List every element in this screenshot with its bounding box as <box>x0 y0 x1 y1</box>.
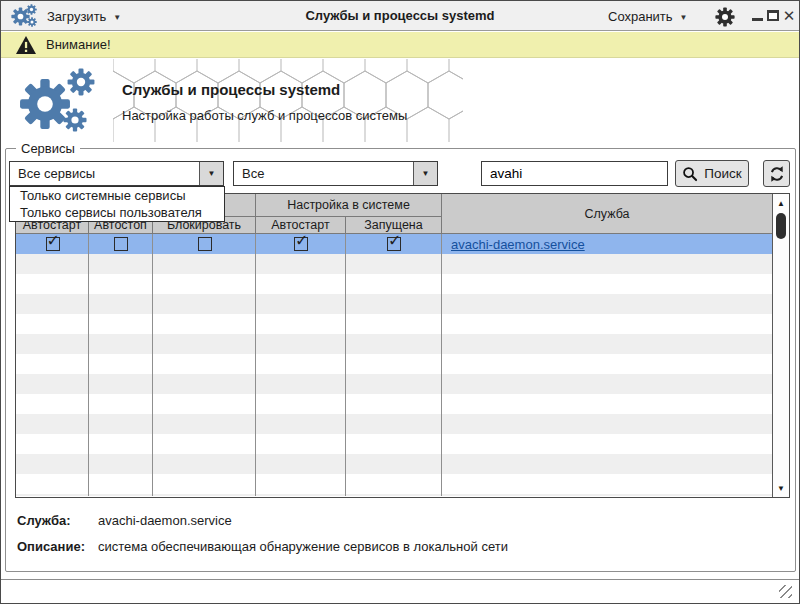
table-row[interactable] <box>16 454 772 474</box>
detail-description-label: Описание: <box>17 539 85 554</box>
scroll-up-button[interactable]: ▲ <box>773 195 789 211</box>
chevron-down-icon[interactable]: ▼ <box>199 162 223 185</box>
detail-description-value: система обеспечивающая обнаружение серви… <box>98 539 508 554</box>
detail-service-label: Служба: <box>17 513 71 528</box>
table-row[interactable] <box>16 374 772 394</box>
page-subtitle: Настройка работы служб и процессов систе… <box>122 108 407 123</box>
column-header-service[interactable]: Служба <box>442 194 772 234</box>
service-link[interactable]: avachi-daemon.service <box>442 237 585 252</box>
column-divider <box>441 234 442 496</box>
table-row[interactable] <box>16 254 772 274</box>
maximize-button[interactable] <box>767 10 779 21</box>
table-row[interactable] <box>16 294 772 314</box>
search-input[interactable] <box>481 161 668 186</box>
table-row[interactable] <box>16 394 772 414</box>
table-row[interactable] <box>16 334 772 354</box>
hexagon-pattern <box>113 59 463 142</box>
page-title: Службы и процессы systemd <box>122 81 340 98</box>
dropdown-option-user-services[interactable]: Только сервисы пользователя <box>10 204 224 221</box>
chevron-down-icon: ▼ <box>680 11 688 22</box>
search-button-label: Поиск <box>704 166 741 181</box>
chevron-down-icon: ▼ <box>113 11 121 22</box>
refresh-icon <box>768 165 786 183</box>
cell-autostart-system[interactable] <box>256 237 346 251</box>
table-row[interactable] <box>16 434 772 454</box>
table-row[interactable] <box>16 354 772 374</box>
state-filter-value: Все <box>242 162 264 185</box>
service-scope-value: Все сервисы <box>18 162 95 185</box>
load-menu-button[interactable]: Загрузить ▼ <box>47 1 121 31</box>
table-row[interactable] <box>16 414 772 434</box>
table-row[interactable] <box>16 494 772 496</box>
refresh-button[interactable] <box>763 160 790 187</box>
vertical-scrollbar[interactable]: ▲ ▼ <box>772 194 789 497</box>
cell-running[interactable] <box>346 237 442 251</box>
checkbox-autostop[interactable] <box>114 237 128 251</box>
header-gears-logo <box>15 68 111 136</box>
app-window: Загрузить ▼ Службы и процессы systemd Со… <box>0 0 800 604</box>
cell-block[interactable] <box>153 237 256 251</box>
load-menu-label: Загрузить <box>47 9 106 24</box>
chevron-down-icon[interactable]: ▼ <box>413 162 437 185</box>
cell-autostart-file[interactable] <box>16 237 89 251</box>
services-table: Настройка в системе Служба Автостарт Авт… <box>15 193 790 498</box>
table-row[interactable] <box>16 474 772 494</box>
scroll-down-button[interactable]: ▼ <box>773 480 789 496</box>
table-body: avachi-daemon.service <box>16 234 772 496</box>
checkbox-autostart-system[interactable] <box>294 237 308 251</box>
resize-grip[interactable] <box>779 585 792 598</box>
checkbox-block[interactable] <box>198 237 212 251</box>
search-icon <box>682 166 698 182</box>
warning-text: Внимание! <box>46 37 111 52</box>
scope-dropdown-popup: Только системные сервисы Только сервисы … <box>9 186 225 222</box>
minimize-button[interactable] <box>752 18 763 21</box>
save-menu-label: Сохранить <box>608 9 673 24</box>
dropdown-option-system-services[interactable]: Только системные сервисы <box>10 187 224 204</box>
settings-gear-icon[interactable] <box>715 7 735 27</box>
checkbox-autostart-file[interactable] <box>46 237 60 251</box>
save-menu-button[interactable]: Сохранить ▼ <box>608 1 688 31</box>
column-divider <box>152 234 153 496</box>
table-row[interactable] <box>16 274 772 294</box>
search-button[interactable]: Поиск <box>675 160 749 187</box>
state-filter-combobox[interactable]: Все ▼ <box>233 161 438 186</box>
column-divider <box>345 234 346 496</box>
close-button[interactable]: ✕ <box>782 6 796 26</box>
warning-bar: Внимание! <box>1 32 799 58</box>
services-legend: Сервисы <box>16 141 80 156</box>
table-row-selected[interactable]: avachi-daemon.service <box>16 234 772 254</box>
title-bar: Загрузить ▼ Службы и процессы systemd Со… <box>1 1 799 31</box>
warning-triangle-icon <box>15 35 37 55</box>
column-divider <box>88 234 89 496</box>
cell-autostop[interactable] <box>89 237 153 251</box>
checkbox-running[interactable] <box>387 237 401 251</box>
status-bar <box>1 579 799 604</box>
column-divider <box>255 234 256 496</box>
column-header-running[interactable]: Запущена <box>346 217 442 234</box>
group-header-system: Настройка в системе <box>256 194 442 217</box>
detail-service-value: avachi-daemon.service <box>98 513 232 528</box>
app-gears-icon <box>11 4 41 29</box>
table-row[interactable] <box>16 314 772 334</box>
scrollbar-thumb[interactable] <box>776 213 786 239</box>
service-scope-combobox[interactable]: Все сервисы ▼ <box>9 161 224 186</box>
column-header-autostart-system[interactable]: Автостарт <box>256 217 346 234</box>
